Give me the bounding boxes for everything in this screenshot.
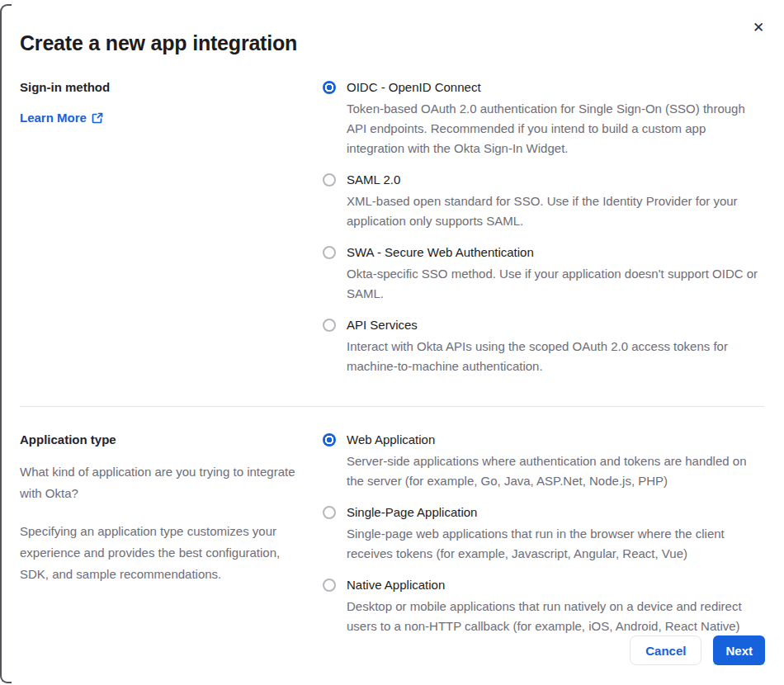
radio-option-oidc[interactable]: OIDC - OpenID Connect Token-based OAuth … [323,79,764,158]
radio-option-label: API Services [347,317,764,333]
radio-oidc[interactable] [323,81,336,94]
application-type-section: Application type What kind of applicatio… [20,432,764,636]
application-type-left-column: Application type What kind of applicatio… [20,432,305,636]
radio-option-api-services[interactable]: API Services Interact with Okta APIs usi… [323,317,764,376]
radio-option-label: Web Application [347,432,764,448]
radio-option-label: Single-Page Application [347,504,764,521]
radio-option-label: SWA - Secure Web Authentication [347,244,764,261]
radio-option-web-application[interactable]: Web Application Server-side applications… [323,432,764,491]
application-type-label: Application type [20,432,305,448]
learn-more-link[interactable]: Learn More [20,111,103,125]
radio-option-label: OIDC - OpenID Connect [347,79,764,96]
radio-option-saml[interactable]: SAML 2.0 XML-based open standard for SSO… [323,172,764,231]
section-divider [20,406,764,407]
signin-method-label: Sign-in method [20,79,305,96]
radio-saml[interactable] [323,173,336,187]
signin-method-options: OIDC - OpenID Connect Token-based OAuth … [323,79,764,376]
radio-single-page-application[interactable] [323,506,336,519]
close-icon: ✕ [753,19,764,35]
signin-method-left-column: Sign-in method Learn More [20,79,305,376]
dialog-footer: Cancel Next [630,635,765,665]
radio-option-description: Okta-specific SSO method. Use if your ap… [347,264,764,304]
radio-web-application[interactable] [323,433,336,446]
learn-more-label: Learn More [20,111,87,125]
page-title: Create a new app integration [20,31,764,54]
radio-option-description: Token-based OAuth 2.0 authentication for… [347,99,764,158]
close-button[interactable]: ✕ [748,17,769,38]
radio-native-application[interactable] [323,579,336,592]
signin-method-section: Sign-in method Learn More OIDC - OpenID … [20,79,764,376]
radio-api-services[interactable] [323,319,336,332]
application-type-help-text: Specifying an application type customize… [20,521,305,585]
radio-option-label: SAML 2.0 [347,172,764,188]
radio-option-description: Single-page web applications that run in… [347,524,764,564]
radio-option-description: Server-side applications where authentic… [347,451,764,491]
radio-swa[interactable] [323,246,336,259]
cancel-button[interactable]: Cancel [630,635,701,665]
create-app-integration-dialog: Create a new app integration ✕ Sign-in m… [0,0,784,685]
application-type-options: Web Application Server-side applications… [323,432,764,636]
radio-option-label: Native Application [347,577,764,593]
radio-option-single-page-application[interactable]: Single-Page Application Single-page web … [323,504,764,564]
external-link-icon [92,112,103,124]
next-button[interactable]: Next [713,635,765,665]
application-type-question: What kind of application are you trying … [20,461,305,504]
radio-option-description: Desktop or mobile applications that run … [347,597,764,636]
radio-option-description: XML-based open standard for SSO. Use if … [347,191,764,231]
radio-option-description: Interact with Okta APIs using the scoped… [347,337,764,376]
radio-option-native-application[interactable]: Native Application Desktop or mobile app… [323,577,764,636]
radio-option-swa[interactable]: SWA - Secure Web Authentication Okta-spe… [323,244,764,304]
